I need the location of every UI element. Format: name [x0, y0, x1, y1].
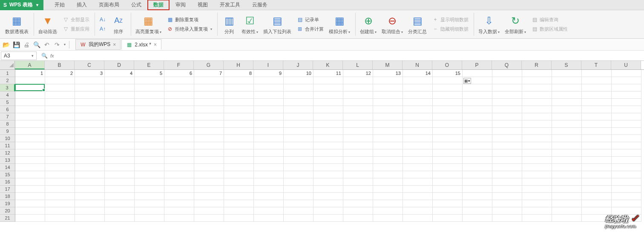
cell[interactable] [75, 178, 105, 186]
close-icon[interactable]: × [154, 42, 157, 48]
cell[interactable] [313, 157, 343, 164]
cell[interactable] [612, 200, 641, 207]
cell[interactable] [15, 106, 45, 113]
col-header[interactable]: L [343, 61, 373, 69]
cell[interactable] [105, 106, 135, 113]
cell[interactable] [45, 77, 75, 84]
cell[interactable] [164, 164, 194, 171]
cell[interactable] [15, 92, 45, 99]
cell[interactable] [492, 99, 522, 106]
cell[interactable] [75, 106, 105, 113]
cell[interactable] [15, 171, 45, 178]
sort-desc-button[interactable]: A↑ [98, 25, 108, 33]
row-header[interactable]: 1 [0, 70, 15, 77]
cell[interactable] [194, 193, 224, 200]
menu-item-2[interactable]: 页面布局 [93, 0, 125, 10]
cell[interactable] [612, 113, 641, 120]
cell[interactable] [284, 157, 313, 164]
cell[interactable] [135, 186, 164, 193]
cell[interactable] [403, 84, 433, 92]
undo-button[interactable]: ↶ [43, 40, 51, 49]
fx-search-icon[interactable]: 🔍 [40, 52, 49, 60]
cell[interactable] [552, 142, 582, 149]
tab-mywps[interactable]: W 我的WPS × [75, 39, 121, 50]
cell[interactable] [522, 164, 552, 171]
cell[interactable] [343, 77, 373, 84]
cell[interactable] [254, 99, 284, 106]
cell[interactable] [75, 99, 105, 106]
menu-item-7[interactable]: 开发工具 [214, 0, 246, 10]
cell[interactable] [373, 142, 403, 149]
import-data-button[interactable]: ⇩ 导入数据▾ [477, 13, 501, 36]
cell[interactable] [254, 164, 284, 171]
cell[interactable] [582, 193, 612, 200]
cell[interactable] [552, 207, 582, 215]
cell[interactable] [313, 207, 343, 215]
cell[interactable] [582, 120, 612, 128]
cell[interactable] [552, 77, 582, 84]
cell[interactable]: 1 [15, 70, 45, 77]
cell[interactable] [343, 84, 373, 92]
cell[interactable] [164, 120, 194, 128]
cell[interactable] [373, 99, 403, 106]
cell[interactable] [463, 120, 492, 128]
cell[interactable] [284, 120, 313, 128]
cell[interactable] [135, 164, 164, 171]
row-header[interactable]: 6 [0, 106, 15, 113]
range-props-button[interactable]: ▤数据区域属性 [529, 25, 569, 33]
cell[interactable] [135, 77, 164, 84]
cell[interactable] [224, 106, 254, 113]
col-header[interactable]: F [164, 61, 194, 69]
cell[interactable] [164, 215, 194, 222]
cell[interactable] [254, 120, 284, 128]
cell[interactable] [612, 164, 641, 171]
show-detail-button[interactable]: +显示明细数据 [430, 15, 470, 24]
open-button[interactable]: 📂 [2, 40, 10, 49]
cell[interactable] [433, 186, 463, 193]
cell[interactable] [164, 200, 194, 207]
cell[interactable] [75, 157, 105, 164]
cell[interactable] [254, 207, 284, 215]
cell[interactable] [552, 215, 582, 222]
cell[interactable] [313, 113, 343, 120]
cell[interactable] [612, 186, 641, 193]
cell[interactable] [254, 106, 284, 113]
cell[interactable] [15, 120, 45, 128]
cell[interactable] [492, 77, 522, 84]
cell[interactable] [463, 84, 492, 92]
cell[interactable] [313, 84, 343, 92]
cell[interactable] [45, 92, 75, 99]
row-header[interactable]: 7 [0, 113, 15, 120]
row-header[interactable]: 21 [0, 215, 15, 222]
cell[interactable] [164, 186, 194, 193]
cell[interactable] [45, 99, 75, 106]
cell[interactable] [522, 135, 552, 142]
cell[interactable] [433, 77, 463, 84]
cell[interactable] [463, 193, 492, 200]
cell[interactable] [224, 113, 254, 120]
cell[interactable] [612, 135, 641, 142]
cell[interactable] [135, 149, 164, 157]
cell[interactable] [343, 164, 373, 171]
cell[interactable] [612, 149, 641, 157]
cell[interactable] [373, 207, 403, 215]
autofilter-button[interactable]: ▼ 自动筛选 [37, 13, 59, 36]
cell[interactable] [373, 120, 403, 128]
cell[interactable] [492, 157, 522, 164]
cell[interactable] [552, 70, 582, 77]
app-logo[interactable]: S WPS 表格 ▾ [0, 0, 43, 10]
cell[interactable] [403, 92, 433, 99]
cell[interactable] [522, 171, 552, 178]
cell[interactable] [135, 215, 164, 222]
cell[interactable] [522, 142, 552, 149]
cell[interactable] [373, 215, 403, 222]
cell[interactable] [612, 92, 641, 99]
cell[interactable] [343, 120, 373, 128]
cell[interactable] [492, 171, 522, 178]
print-preview-button[interactable]: 🔍 [32, 40, 41, 49]
edit-query-button[interactable]: ▤编辑查询 [529, 15, 569, 24]
menu-item-1[interactable]: 插入 [71, 0, 93, 10]
cell[interactable] [582, 106, 612, 113]
cell[interactable] [612, 120, 641, 128]
cell[interactable] [433, 84, 463, 92]
